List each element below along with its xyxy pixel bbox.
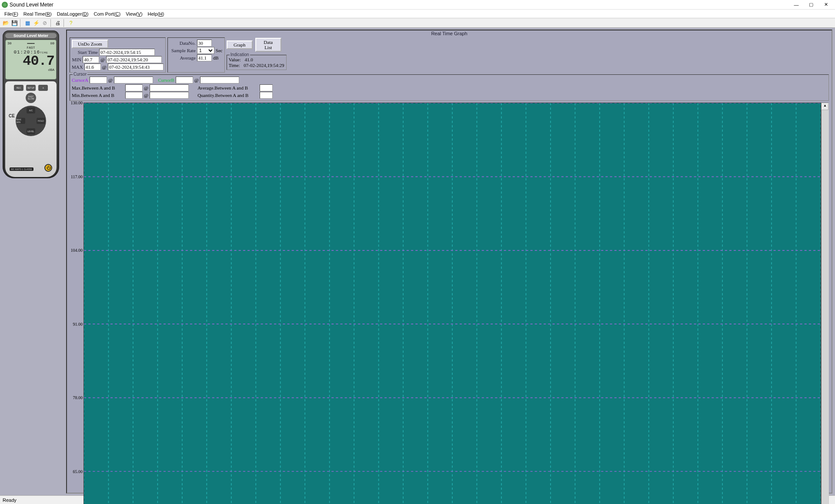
graph-button[interactable]: Graph: [227, 40, 253, 49]
chart-area: 130.00117.00104.0091.0078.0065.0052.0039…: [70, 103, 829, 504]
plot-area[interactable]: [84, 103, 821, 504]
help-icon[interactable]: ?: [67, 19, 75, 27]
average-field[interactable]: [197, 54, 212, 61]
device-maxmin-button[interactable]: MAX MIN: [17, 118, 25, 124]
separator: [20, 19, 22, 27]
maximize-button[interactable]: ▢: [804, 0, 818, 10]
stop-icon[interactable]: ⊘: [41, 19, 49, 27]
max-ab-value[interactable]: [125, 84, 143, 91]
start-time-field[interactable]: [99, 49, 155, 56]
vertical-scrollbar[interactable]: ▲ ▼: [821, 103, 829, 504]
device-power-button[interactable]: ⏻: [44, 164, 52, 172]
min-ab-time[interactable]: [150, 92, 189, 99]
at-label: @: [194, 77, 199, 83]
cursor-b-value[interactable]: [176, 77, 193, 83]
menu-view[interactable]: View(V): [123, 10, 145, 17]
max-time-field[interactable]: [108, 63, 164, 70]
min-ab-value[interactable]: [125, 92, 143, 99]
print-icon[interactable]: 🖨: [54, 19, 62, 27]
range-low: 30: [7, 41, 12, 45]
menubar: File(F) Real Time(R) DataLogger(D) Com P…: [0, 10, 835, 18]
app-icon: [2, 2, 8, 8]
save-icon[interactable]: 💾: [10, 19, 18, 27]
qty-ab-label: Quantity.Between A and B: [197, 93, 258, 98]
cursor-a-time[interactable]: [114, 77, 153, 83]
menu-datalogger[interactable]: DataLogger(D): [54, 10, 91, 17]
cursor-a-value[interactable]: [90, 77, 107, 83]
y-tick: 91.00: [73, 321, 83, 326]
max-value-field[interactable]: [84, 63, 101, 70]
control-panel: UnDo Zoom Start Time MIN @ MAX @: [67, 37, 832, 73]
menu-comport[interactable]: Com Port(C): [91, 10, 123, 17]
max-ab-time[interactable]: [150, 84, 189, 91]
avg-ab-label: Average.Between A and B: [197, 85, 258, 90]
average-unit: dB: [213, 55, 219, 60]
device-mockup: Sound Level Meter 30▬▬▬▬80 FAST 01:20:16…: [3, 30, 59, 178]
open-icon[interactable]: 📂: [2, 19, 10, 27]
y-tick: 104.00: [71, 248, 83, 253]
device-setup-button[interactable]: SETUP: [26, 85, 36, 91]
time-label: Time:: [229, 63, 240, 68]
device-light-button[interactable]: ☀: [38, 85, 48, 91]
device-panel: Sound Level Meter 30▬▬▬▬80 FAST 01:20:16…: [0, 28, 65, 495]
undo-zoom-button[interactable]: UnDo Zoom: [72, 40, 108, 48]
datano-field[interactable]: [197, 40, 212, 47]
samplerate-unit: Sec: [216, 48, 223, 53]
graph-title: Real Time Graph: [67, 30, 832, 37]
at-label: @: [100, 57, 105, 62]
separator: [50, 19, 52, 27]
close-button[interactable]: ✕: [818, 0, 833, 10]
calendar-icon[interactable]: ▦: [23, 19, 31, 27]
range-high: 80: [50, 41, 54, 45]
menu-realtime[interactable]: Real Time(R): [21, 10, 54, 17]
max-ab-label: Max.Between A and B: [72, 85, 124, 90]
line-chart: [84, 103, 821, 504]
main-area: Sound Level Meter 30▬▬▬▬80 FAST 01:20:16…: [0, 28, 835, 495]
indication-time: 07-02-2024,19:54:29: [244, 63, 284, 68]
datano-label: DataNo.: [170, 40, 196, 46]
cursor-group: Cursor CursorA @ CursorB @ Max.Between A…: [70, 74, 829, 101]
cursor-b-label: CursorB: [158, 77, 174, 83]
y-tick: 117.00: [71, 174, 83, 179]
zoom-time-group: UnDo Zoom Start Time MIN @ MAX @: [70, 37, 166, 73]
avg-ab-value[interactable]: [260, 84, 273, 91]
y-axis: 130.00117.00104.0091.0078.0065.0052.0039…: [70, 103, 84, 504]
menu-help[interactable]: Help(H): [145, 10, 167, 17]
device-ac-button[interactable]: A/C: [27, 107, 35, 113]
status-ready: Ready: [3, 497, 17, 503]
device-rec-button[interactable]: REC: [14, 85, 23, 91]
y-tick: 130.00: [71, 100, 83, 105]
window-title: Sound Level Meter: [10, 2, 789, 8]
qty-ab-value[interactable]: [260, 92, 273, 99]
y-tick: 78.00: [73, 395, 83, 400]
device-lcd: 30▬▬▬▬80 FAST 01:20:16TIME 40.7 dBA: [5, 40, 57, 80]
flash-icon[interactable]: ⚡: [32, 19, 40, 27]
device-brand: Sound Level Meter: [5, 33, 57, 38]
datalist-button[interactable]: Data List: [255, 38, 281, 52]
cursor-legend: Cursor: [73, 72, 87, 77]
samplerate-label: Sample Rate: [170, 48, 196, 53]
indication-legend: Indication: [230, 52, 250, 57]
start-time-label: Start Time: [72, 50, 98, 55]
device-hold-button[interactable]: HOLD: [37, 118, 45, 124]
min-time-field[interactable]: [106, 56, 162, 63]
min-value-field[interactable]: [83, 56, 99, 63]
cursor-b-time[interactable]: [200, 77, 239, 83]
average-label: Average: [170, 55, 196, 60]
lcd-mode: FAST: [7, 46, 54, 50]
min-label: MIN: [72, 57, 81, 62]
device-dpad: A/C MAX MIN HOLD LEVEL: [16, 106, 46, 136]
device-class-label: IEC 61672-1 CLASS2: [10, 167, 33, 171]
titlebar: Sound Level Meter — ▢ ✕: [0, 0, 835, 10]
scroll-up-icon[interactable]: ▲: [822, 103, 828, 110]
device-level-button[interactable]: LEVEL: [27, 128, 35, 134]
minimize-button[interactable]: —: [789, 0, 804, 10]
samplerate-select[interactable]: 1: [197, 47, 214, 54]
menu-file[interactable]: File(F): [2, 10, 21, 17]
min-ab-label: Min.Between A and B: [72, 93, 124, 98]
data-group: DataNo. Sample Rate 1 Sec Average dB: [167, 37, 225, 73]
ce-mark: CE: [9, 113, 15, 118]
separator: [63, 19, 65, 27]
at-label: @: [102, 64, 107, 70]
device-fastslow-button[interactable]: FAST SLOW: [26, 93, 36, 103]
